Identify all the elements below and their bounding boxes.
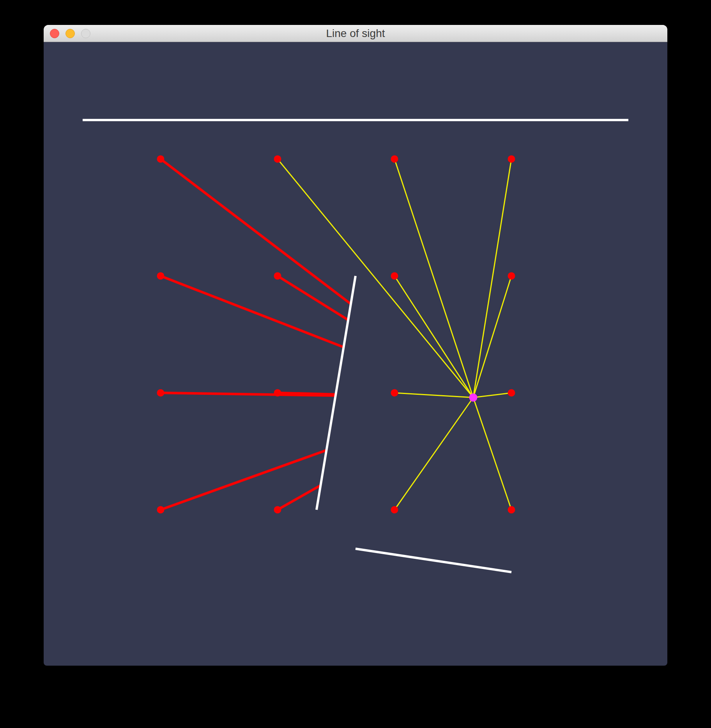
- grid-dot: [274, 389, 281, 397]
- grid-dot: [391, 389, 398, 397]
- grid-dot: [157, 155, 164, 163]
- window-titlebar[interactable]: Line of sight: [44, 25, 667, 42]
- traffic-lights: [50, 29, 90, 38]
- scene-canvas[interactable]: [44, 42, 667, 666]
- scene-background: [44, 42, 667, 666]
- grid-dot: [391, 506, 398, 514]
- grid-dot: [508, 272, 515, 280]
- grid-dot: [508, 506, 515, 514]
- grid-dot: [274, 155, 281, 163]
- sight-line-blocked: [278, 393, 336, 394]
- observer-dot: [469, 394, 478, 402]
- close-button[interactable]: [50, 29, 59, 38]
- grid-dot: [274, 506, 281, 514]
- grid-dot: [508, 155, 515, 163]
- window-title: Line of sight: [44, 25, 667, 42]
- grid-dot: [508, 389, 515, 397]
- grid-dot: [391, 155, 398, 163]
- grid-dot: [157, 506, 164, 514]
- minimize-button[interactable]: [65, 29, 75, 38]
- desktop-background: Line of sight: [0, 0, 711, 728]
- grid-dot: [391, 272, 398, 280]
- grid-dot: [157, 389, 164, 397]
- grid-dot: [274, 272, 281, 280]
- zoom-button[interactable]: [81, 29, 90, 38]
- grid-dot: [157, 272, 164, 280]
- app-window: Line of sight: [44, 25, 667, 666]
- scene-svg: [44, 42, 667, 666]
